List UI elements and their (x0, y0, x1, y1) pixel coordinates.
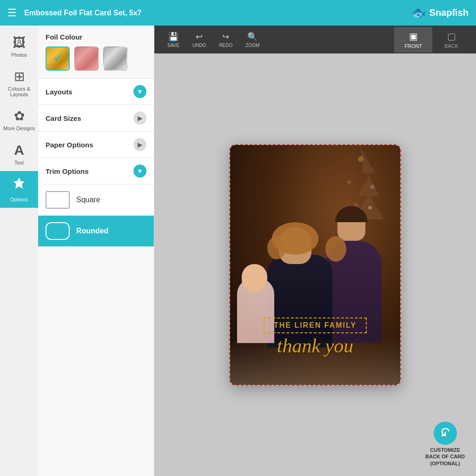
toolbar: 💾 SAVE ↩ UNDO ↪ REDO 🔍 ZOOM ▣ FRONT ▢ (154, 26, 476, 53)
foil-swatches: ✓ (46, 46, 146, 71)
logo-fish-icon: 🐟 (411, 6, 426, 20)
icon-bar: 🖼 Photos ⊞ Colours & Layouts ✿ More Desi… (0, 26, 38, 476)
save-button[interactable]: 💾 SAVE (162, 29, 185, 51)
paper-options-section-header[interactable]: Paper Options ▶ (38, 131, 154, 158)
back-tab-icon: ▢ (447, 31, 456, 42)
topbar: ☰ Embossed Foil Flat Card Set, 5x7 🐟 Sna… (0, 0, 476, 26)
trim-square-icon (46, 191, 70, 209)
layouts-heading: Layouts (46, 88, 73, 96)
sidebar-item-photos[interactable]: 🖼 Photos (0, 29, 38, 63)
text-label: Text (14, 160, 24, 165)
options-icon (12, 177, 26, 195)
front-tab-icon: ▣ (409, 31, 418, 42)
menu-icon[interactable]: ☰ (7, 7, 17, 19)
customize-back-text: CUSTOMIZE BACK OF CARD (OPTIONAL) (425, 447, 465, 467)
colours-layouts-label: Colours & Layouts (2, 86, 36, 97)
page-title: Embossed Foil Flat Card Set, 5x7 (24, 9, 411, 17)
more-designs-label: More Designs (3, 126, 35, 131)
colours-layouts-icon: ⊞ (14, 69, 25, 84)
redo-label: REDO (219, 43, 232, 48)
layouts-toggle-icon[interactable]: ▼ (133, 85, 146, 98)
customize-back-arrow-icon (434, 422, 457, 445)
card-family-name: THE LIREN FAMILY (264, 317, 367, 333)
customize-back-button[interactable]: CUSTOMIZE BACK OF CARD (OPTIONAL) (425, 422, 465, 467)
photos-label: Photos (11, 52, 27, 58)
canvas-area: 💾 SAVE ↩ UNDO ↪ REDO 🔍 ZOOM ▣ FRONT ▢ (154, 26, 476, 476)
front-tab-label: FRONT (404, 43, 422, 49)
tab-front[interactable]: ▣ FRONT (394, 27, 432, 53)
paper-options-toggle-icon[interactable]: ▶ (133, 138, 146, 151)
foil-colour-section: Foil Colour ✓ (38, 26, 154, 78)
trim-options-heading: Trim Options (46, 167, 89, 175)
photos-icon: 🖼 (13, 35, 26, 50)
zoom-button[interactable]: 🔍 ZOOM (240, 29, 265, 51)
foil-colour-heading: Foil Colour (46, 33, 146, 41)
undo-icon: ↩ (196, 32, 203, 42)
svg-marker-0 (13, 178, 25, 189)
foil-gold-check: ✓ (53, 53, 62, 65)
card-sizes-toggle-icon[interactable]: ▶ (133, 112, 146, 125)
zoom-icon: 🔍 (247, 32, 258, 42)
foil-swatch-gold[interactable]: ✓ (46, 46, 70, 71)
trim-rounded-label: Rounded (76, 227, 108, 235)
trim-item-rounded[interactable]: Rounded (38, 215, 154, 246)
logo-name: Snapfish (430, 7, 469, 18)
text-icon: A (14, 142, 24, 158)
card-sizes-heading: Card Sizes (46, 114, 81, 122)
sidebar-item-more-designs[interactable]: ✿ More Designs (0, 103, 38, 137)
card-preview: THE LIREN FAMILY thank you (229, 144, 401, 386)
card-sizes-section-header[interactable]: Card Sizes ▶ (38, 105, 154, 131)
canvas-content: THE LIREN FAMILY thank you CUSTOMIZE BAC… (154, 53, 476, 476)
redo-button[interactable]: ↪ REDO (213, 29, 238, 51)
foil-swatch-silver[interactable] (103, 46, 127, 71)
sidebar-item-text[interactable]: A Text (0, 137, 38, 171)
paper-options-heading: Paper Options (46, 141, 93, 149)
sidebar-panel: Foil Colour ✓ Layouts ▼ Card Sizes ▶ Pap… (38, 26, 154, 476)
more-designs-icon: ✿ (14, 108, 25, 124)
foil-swatch-rose[interactable] (74, 46, 99, 71)
trim-options-toggle-icon[interactable]: ▼ (133, 165, 146, 178)
options-label: Options (10, 197, 28, 202)
sidebar-item-options[interactable]: Options (0, 171, 38, 208)
card-thank-you: thank you (239, 335, 391, 357)
trim-square-label: Square (76, 196, 100, 204)
trim-options-section-header[interactable]: Trim Options ▼ (38, 158, 154, 184)
save-icon: 💾 (168, 32, 178, 42)
logo: 🐟 Snapfish (411, 6, 469, 20)
undo-button[interactable]: ↩ UNDO (187, 29, 212, 51)
svg-point-3 (358, 156, 364, 162)
undo-label: UNDO (192, 43, 206, 48)
svg-point-5 (370, 185, 375, 189)
svg-point-4 (347, 180, 351, 184)
tab-back[interactable]: ▢ BACK (434, 27, 469, 53)
trim-item-square[interactable]: Square (38, 184, 154, 215)
layouts-section-header[interactable]: Layouts ▼ (38, 78, 154, 105)
zoom-label: ZOOM (245, 43, 259, 48)
sidebar-item-colours-layouts[interactable]: ⊞ Colours & Layouts (0, 63, 38, 103)
card-text-overlay: THE LIREN FAMILY thank you (239, 317, 391, 357)
card-photo: THE LIREN FAMILY thank you (230, 145, 400, 385)
redo-icon: ↪ (222, 32, 229, 42)
main-layout: 🖼 Photos ⊞ Colours & Layouts ✿ More Desi… (0, 26, 476, 476)
save-label: SAVE (167, 43, 179, 48)
trim-rounded-icon (46, 222, 70, 240)
back-tab-label: BACK (444, 43, 458, 49)
